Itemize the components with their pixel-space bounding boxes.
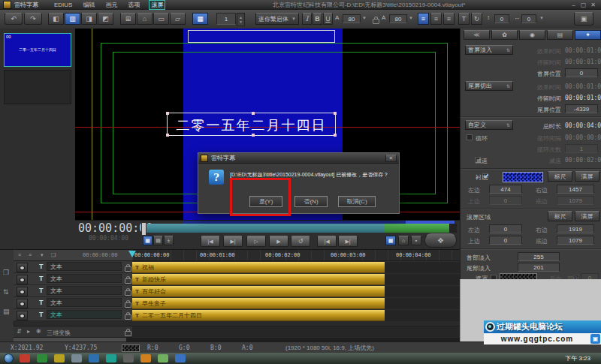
scroll-right-input[interactable]: 1919 <box>557 224 594 233</box>
track-label[interactable]: 文本 <box>47 298 122 307</box>
track-lock-icon[interactable] <box>125 278 131 284</box>
scroll-left-input[interactable]: 0 <box>489 224 522 233</box>
align-right-button[interactable]: ≡ <box>443 13 455 25</box>
backing-fullscreen-button[interactable]: 满屏 <box>575 171 599 182</box>
underline-button[interactable]: U <box>323 13 333 25</box>
track-visibility-icon[interactable] <box>17 275 28 284</box>
head-fade-input[interactable]: 255 <box>518 252 560 261</box>
transform-collapse-icon[interactable]: ⇵ <box>17 329 22 335</box>
minimize-button[interactable]: – <box>569 2 578 8</box>
taskbar-icon[interactable] <box>106 354 116 362</box>
aspect-lock-icon[interactable] <box>373 19 379 24</box>
no-button[interactable]: 否(N) <box>294 196 328 207</box>
tab-style[interactable]: ✿ <box>491 30 518 40</box>
cancel-button[interactable]: 取消(C) <box>338 196 376 207</box>
scroll-ruler-button[interactable]: 标尺 <box>548 211 572 221</box>
vertical-text-button[interactable]: T <box>458 13 470 25</box>
font-width-input[interactable]: 80 <box>389 14 407 23</box>
menu-edius[interactable]: EDIUS <box>54 2 72 8</box>
view-toggle-3[interactable]: ± <box>164 236 174 245</box>
track-lock-icon[interactable] <box>125 266 131 272</box>
insert-bar-button[interactable]: ▭ <box>153 13 169 25</box>
track-visibility-icon[interactable] <box>17 311 28 320</box>
play-preview-button[interactable]: ▷ <box>246 236 266 247</box>
first-position-input[interactable]: 0 <box>565 68 598 77</box>
transform-row-lane[interactable] <box>132 326 460 337</box>
undo-button[interactable]: ↶ <box>5 13 23 25</box>
backing-bottom-input[interactable]: 1079 <box>557 196 594 205</box>
insert-box-button[interactable]: ▱ <box>170 13 186 25</box>
view-toggle-1[interactable]: ▦ <box>143 236 153 245</box>
first-screen-effect-select[interactable]: 首屏淡入⇅ <box>465 45 513 55</box>
rotate-text-button[interactable]: ↻ <box>471 13 482 25</box>
taskbar-icon[interactable] <box>20 354 30 362</box>
output-toggle-1[interactable]: ▦ <box>385 236 396 245</box>
rail-list-icon[interactable]: ▤ <box>3 308 10 315</box>
output-toggle-3[interactable]: ▪ <box>411 236 421 245</box>
tab-roll[interactable]: ≪ <box>464 30 490 40</box>
font-size-dropdown-icon[interactable]: ▼ <box>362 16 367 20</box>
timing-mode-select[interactable]: 自定义⇅ <box>465 120 513 130</box>
track-label-selected[interactable]: 文本 <box>47 310 122 319</box>
track-label[interactable]: 文本 <box>47 274 122 283</box>
char-spacing-input[interactable]: 0 <box>521 14 536 23</box>
scroll-top-input[interactable]: 0 <box>489 236 522 245</box>
timeline-clip[interactable]: T 祝福 <box>132 262 385 273</box>
tail-screen-effect-select[interactable]: 尾屏切出⇅ <box>465 81 513 91</box>
timeline-playhead-marker[interactable] <box>128 251 136 257</box>
tail-position-input[interactable]: -4339 <box>565 104 598 113</box>
font-width-dropdown-icon[interactable]: ▼ <box>409 16 413 20</box>
spacing-dropdown-icon[interactable]: ▼ <box>539 16 544 20</box>
align-center-button[interactable]: ≡ <box>430 13 442 25</box>
transform-expand-icon[interactable]: ▸ <box>27 329 30 335</box>
loop-count-input[interactable]: 1 <box>565 144 598 153</box>
track-label[interactable]: 文本 <box>47 262 122 271</box>
line-spacing-input[interactable]: 0 <box>494 14 509 23</box>
tool-image-button[interactable]: ◩ <box>98 13 113 25</box>
backing-right-input[interactable]: 1457 <box>557 185 594 194</box>
monitor-button[interactable]: ▣ <box>574 12 593 26</box>
scroll-fullscreen-button[interactable]: 满屏 <box>575 211 599 221</box>
prev-page-button[interactable]: |◀ <box>317 236 337 247</box>
taskbar-icon[interactable] <box>89 354 99 362</box>
taskbar-icon[interactable] <box>71 354 82 362</box>
close-button[interactable]: ✕ <box>588 2 598 8</box>
playhead-handle[interactable] <box>141 222 146 236</box>
view-toggle-2[interactable]: ▤ <box>153 236 163 245</box>
go-end-button[interactable]: ▶| <box>223 236 243 247</box>
taskbar-icon[interactable] <box>158 354 168 362</box>
taskbar-icon[interactable] <box>175 354 186 362</box>
layer-spinner-arrows[interactable]: ▲▼ <box>237 13 245 26</box>
track-lock-icon[interactable] <box>125 290 131 296</box>
menu-element[interactable]: 画元 <box>105 1 117 9</box>
rail-pages-icon[interactable]: ❐ <box>3 269 9 276</box>
transform-settings-icon[interactable]: ❋ <box>36 329 41 335</box>
font-select[interactable]: 迷你繁启体▼ <box>255 13 299 25</box>
selection-handle[interactable] <box>334 112 337 115</box>
redo-button[interactable]: ↷ <box>24 13 42 25</box>
page-thumbnail-selected[interactable]: 00 二零一五年二月十四日 <box>4 33 71 67</box>
selection-handle[interactable] <box>252 112 255 115</box>
insert-template-button[interactable]: ⊞ <box>120 13 136 25</box>
tab-properties-active[interactable]: ✦ <box>575 30 601 40</box>
library-button[interactable]: ▦ <box>192 13 208 25</box>
track-lock-icon[interactable] <box>125 314 131 320</box>
page-thumbnail-empty[interactable] <box>4 70 71 104</box>
track-visibility-icon[interactable] <box>17 299 28 308</box>
tool-shape-button[interactable]: ◨ <box>81 13 97 25</box>
taskbar-icon[interactable] <box>54 354 65 362</box>
tail-fade-input[interactable]: 201 <box>518 263 560 272</box>
track-lock-icon[interactable] <box>125 302 131 308</box>
dialog-close-button[interactable]: ✕ <box>385 155 397 162</box>
scrub-bar[interactable] <box>143 224 457 233</box>
menu-edit[interactable]: 编辑 <box>83 1 95 9</box>
backing-ruler-button[interactable]: 标尺 <box>548 171 572 182</box>
header-icon-4[interactable]: ❏ <box>51 252 56 257</box>
layer-spinner[interactable]: 1 <box>216 13 236 25</box>
track-label[interactable]: 文本 <box>47 286 122 295</box>
timeline-clip-selected[interactable]: T 二零一五年二月十四日 <box>132 310 385 321</box>
header-icon-3[interactable]: ▾ <box>41 252 44 257</box>
timeline-clip[interactable]: T 早生贵子 <box>132 298 385 309</box>
play-button[interactable]: ▶ <box>269 236 288 247</box>
tool-char-button[interactable]: ▥ <box>65 13 80 25</box>
